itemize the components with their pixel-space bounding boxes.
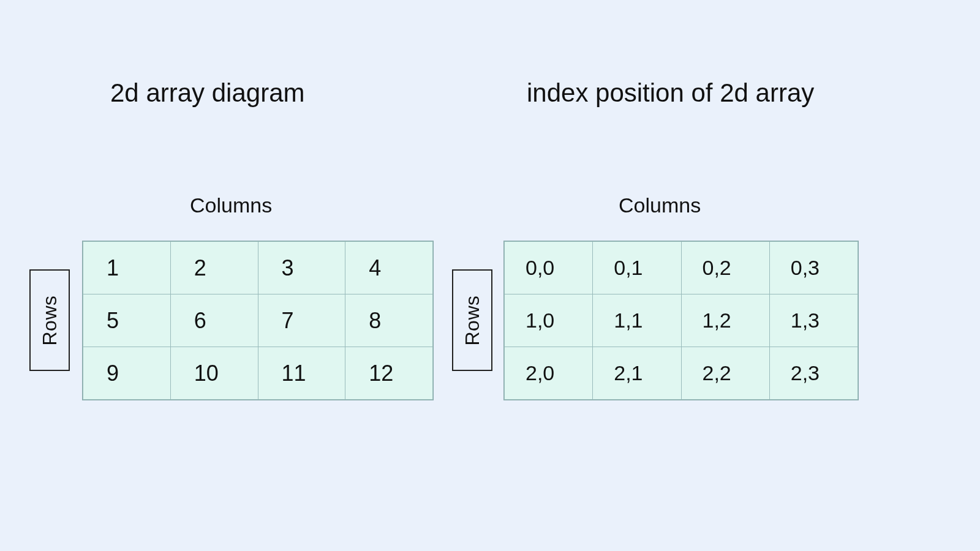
rows-label-right: Rows	[461, 295, 484, 345]
values-table: 1 2 3 4 5 6 7 8 9 10 11 12	[83, 241, 433, 400]
cell: 2,1	[593, 347, 681, 400]
cell: 5	[83, 294, 171, 347]
cell: 0,1	[593, 242, 681, 294]
cell: 2,0	[505, 347, 593, 400]
rows-label-box-right: Rows	[452, 269, 492, 371]
index-table: 0,0 0,1 0,2 0,3 1,0 1,1 1,2 1,3 2,0 2,1 …	[504, 241, 858, 400]
cell: 10	[170, 347, 258, 400]
cell: 6	[170, 294, 258, 347]
cell: 12	[345, 347, 433, 400]
cell: 8	[345, 294, 433, 347]
columns-label-right: Columns	[619, 193, 701, 217]
cell: 4	[345, 242, 433, 294]
cell: 11	[258, 347, 345, 400]
columns-label-left: Columns	[190, 193, 272, 217]
table-row: 0,0 0,1 0,2 0,3	[505, 242, 858, 294]
cell: 1,3	[769, 294, 858, 347]
cell: 0,0	[505, 242, 593, 294]
title-right: index position of 2d array	[527, 78, 814, 108]
table-row: 1 2 3 4	[83, 242, 433, 294]
table-row: 5 6 7 8	[83, 294, 433, 347]
cell: 9	[83, 347, 171, 400]
index-grid: 0,0 0,1 0,2 0,3 1,0 1,1 1,2 1,3 2,0 2,1 …	[503, 241, 859, 400]
title-left: 2d array diagram	[110, 78, 304, 108]
table-row: 1,0 1,1 1,2 1,3	[505, 294, 858, 347]
cell: 1	[83, 242, 171, 294]
rows-label-box-left: Rows	[29, 269, 70, 371]
cell: 3	[258, 242, 345, 294]
cell: 2,2	[681, 347, 769, 400]
table-row: 2,0 2,1 2,2 2,3	[505, 347, 858, 400]
cell: 1,1	[593, 294, 681, 347]
values-grid: 1 2 3 4 5 6 7 8 9 10 11 12	[82, 241, 434, 400]
cell: 0,2	[681, 242, 769, 294]
table-row: 9 10 11 12	[83, 347, 433, 400]
cell: 2,3	[769, 347, 858, 400]
cell: 1,0	[505, 294, 593, 347]
cell: 1,2	[681, 294, 769, 347]
cell: 0,3	[769, 242, 858, 294]
diagram-canvas: 2d array diagram index position of 2d ar…	[0, 0, 980, 551]
cell: 7	[258, 294, 345, 347]
cell: 2	[170, 242, 258, 294]
rows-label-left: Rows	[39, 295, 61, 345]
